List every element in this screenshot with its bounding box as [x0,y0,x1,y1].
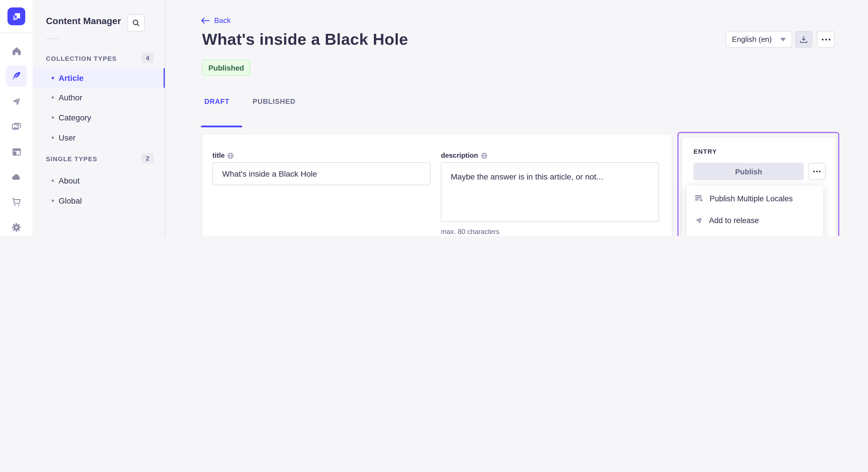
title-label: title [212,151,225,160]
nav-home[interactable] [6,40,27,61]
title-input[interactable] [212,162,431,185]
feather-icon [11,71,22,81]
nav-media-library[interactable] [6,116,27,137]
home-icon [11,45,22,56]
sidebar-item-label: Author [59,93,82,102]
sidebar-item-article[interactable]: Article [33,68,165,88]
description-textarea[interactable]: Maybe the answer is in this article, or … [441,162,659,222]
active-tab-underline [201,126,242,127]
paper-plane-icon [11,96,22,106]
list-plus-icon [694,194,704,202]
back-label: Back [214,16,231,25]
sidebar-divider [46,38,60,39]
nav-marketplace[interactable] [6,192,27,213]
paper-plane-icon [694,216,703,225]
locale-value: English (en) [732,35,772,43]
content-manager-sidebar: Content Manager COLLECTION TYPES 4 Artic… [33,0,165,236]
sidebar-item-label: About [59,176,80,185]
cloud-icon [11,171,22,182]
bullet-icon [52,96,54,99]
menu-item-add-to-release[interactable]: Add to release [687,209,823,231]
download-icon [800,35,808,43]
entry-actions-menu: Publish Multiple Locales Add to release … [687,186,823,236]
bullet-icon [52,116,54,119]
more-dots-icon [821,38,830,40]
rail-divider [0,33,33,33]
strapi-logo[interactable] [7,7,25,25]
entry-more-button[interactable] [808,163,826,180]
images-icon [11,121,22,132]
nav-content-type-builder[interactable] [6,141,27,162]
sidebar-item-author[interactable]: Author [33,88,165,107]
description-helper: max. 80 characters [441,228,659,236]
menu-item-unpublish[interactable]: Unpublish [687,231,823,236]
globe-icon [228,152,234,159]
layout-icon [11,146,22,157]
menu-label: Add to release [709,216,759,225]
bullet-icon [52,77,54,79]
locale-select[interactable]: English (en) [725,31,792,47]
description-label: description [441,151,478,160]
chevron-down-icon [780,38,786,41]
header-more-button[interactable] [817,31,835,47]
bullet-icon [52,136,54,139]
page-title: What's inside a Black Hole [202,30,408,49]
download-button[interactable] [795,31,812,47]
collection-types-count: 4 [141,53,154,63]
single-types-count: 2 [141,153,154,164]
field-description: description Maybe the answer is in this … [441,151,659,236]
menu-label: Publish Multiple Locales [710,194,793,203]
tab-draft[interactable]: DRAFT [205,98,229,105]
section-collection-types: COLLECTION TYPES [46,55,117,62]
gear-icon [11,222,22,233]
app-window: KD Content Manager COLLECTION TYPES 4 Ar… [0,0,868,236]
sidebar-item-user[interactable]: User [33,128,165,147]
entry-header: ENTRY [693,148,826,155]
cart-icon [11,197,22,208]
tab-published[interactable]: PUBLISHED [253,98,296,105]
arrow-left-icon [201,17,210,24]
more-dots-icon [813,170,821,173]
sidebar-item-about[interactable]: About [33,171,165,191]
edit-form-card: title description [202,134,672,236]
nav-content-manager[interactable] [6,65,27,87]
field-title: title [212,151,431,236]
sidebar-item-label: Category [59,113,91,122]
sidebar-title: Content Manager [46,16,121,26]
bullet-icon [52,200,54,202]
publish-button[interactable]: Publish [693,163,804,180]
main-nav-rail: KD [0,0,33,236]
sidebar-item-label: Article [59,73,84,82]
strapi-logo-icon [11,11,22,22]
nav-releases[interactable] [6,91,27,112]
globe-icon [481,152,487,159]
menu-item-publish-multiple-locales[interactable]: Publish Multiple Locales [687,188,823,209]
sidebar-item-label: User [59,133,75,142]
back-link[interactable]: Back [201,16,231,25]
sidebar-item-label: Global [59,196,82,205]
search-icon [132,19,140,27]
sidebar-item-global[interactable]: Global [33,191,165,210]
sidebar-search-button[interactable] [127,14,145,32]
sidebar-item-category[interactable]: Category [33,108,165,127]
bullet-icon [52,179,54,182]
section-single-types: SINGLE TYPES [46,156,97,162]
status-badge: Published [202,60,250,76]
nav-deploy-cloud[interactable] [6,166,27,188]
nav-settings[interactable] [6,217,27,236]
